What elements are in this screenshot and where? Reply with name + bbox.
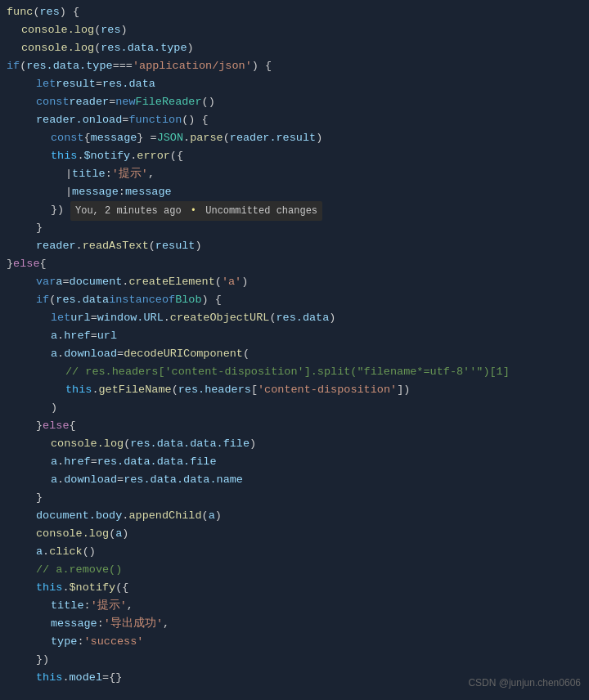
code-line: this.getFileName(res.headers['content-di… [0, 381, 589, 399]
watermark: CSDN @junjun.chen0606 [468, 674, 581, 692]
code-line: this.$notify({ [0, 579, 589, 597]
code-line: } else { [0, 417, 589, 435]
code-line: } else { [0, 255, 589, 273]
code-line: if (res.data.type === 'application/json'… [0, 57, 589, 75]
code-line: console.log(a) [0, 525, 589, 543]
code-line: func(res) { [0, 3, 589, 21]
code-line: ) [0, 399, 589, 417]
code-line: a.href = res.data.data.file [0, 453, 589, 471]
code-line: | title: '提示', [0, 165, 589, 183]
code-line: message: '导出成功', [0, 615, 589, 633]
code-line: const { message } = JSON.parse(reader.re… [0, 129, 589, 147]
code-line: if (res.data instanceof Blob) { [0, 291, 589, 309]
code-line: a.download = decodeURIComponent( [0, 345, 589, 363]
code-line: document.body.appendChild(a) [0, 507, 589, 525]
code-line: this.$notify.error({ [0, 147, 589, 165]
code-line-git: reader.onload = function() { [0, 111, 589, 129]
code-line: // res.headers['content-disposition'].sp… [0, 363, 589, 381]
git-tooltip: You, 2 minutes ago • Uncommitted changes [70, 201, 322, 221]
code-line: let result = res.data [0, 75, 589, 93]
code-line: let url = window.URL.createObjectURL(res… [0, 309, 589, 327]
code-line: a.href = url [0, 327, 589, 345]
code-line: console.log(res) [0, 21, 589, 39]
code-editor: func(res) { console.log(res) console.log… [0, 0, 589, 690]
code-line: } [0, 489, 589, 507]
code-line: title: '提示', [0, 597, 589, 615]
code-line: a.download = res.data.data.name [0, 471, 589, 489]
code-line: const reader = new FileReader() [0, 93, 589, 111]
code-line-git-tooltip: }) You, 2 minutes ago • Uncommitted chan… [0, 201, 589, 219]
code-line: a.click() [0, 543, 589, 561]
code-line: var a = document.createElement('a') [0, 273, 589, 291]
code-line: | message: message [0, 183, 589, 201]
code-line: console.log(res.data.type) [0, 39, 589, 57]
code-line: type: 'success' [0, 633, 589, 651]
code-line: reader.readAsText(result) [0, 237, 589, 255]
code-line: console.log(res.data.data.file) [0, 435, 589, 453]
code-line: } [0, 219, 589, 237]
code-line: }) [0, 651, 589, 669]
code-line: // a.remove() [0, 561, 589, 579]
